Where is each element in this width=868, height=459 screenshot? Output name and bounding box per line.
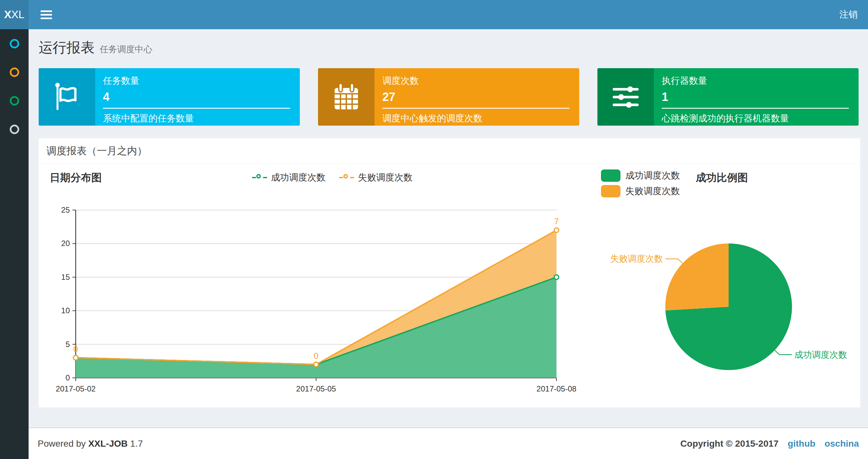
legend-label: 失败调度次数 [358, 171, 412, 184]
pie-legend-swatch [601, 185, 620, 197]
stat-description: 心跳检测成功的执行器机器数量 [662, 112, 849, 125]
stat-label: 调度次数 [382, 75, 569, 87]
stat-divider [662, 108, 849, 109]
calendar-icon [318, 68, 375, 126]
content-area: 运行报表 任务调度中心 任务数量 4 系统中配置的任务数量 [29, 29, 868, 427]
stat-value: 1 [662, 90, 849, 104]
footer: Powered by XXL-JOB 1.7 Copyright © 2015-… [29, 427, 868, 459]
powered-by-text: Powered by XXL-JOB 1.7 [38, 438, 143, 449]
oschina-link[interactable]: oschina [825, 438, 859, 449]
svg-text:2017-05-05: 2017-05-05 [296, 384, 336, 393]
sidebar-item-dashboard[interactable] [0, 29, 29, 58]
line-chart-legend: 成功调度次数 失败调度次数 [46, 171, 618, 184]
stat-boxes-row: 任务数量 4 系统中配置的任务数量 [39, 68, 859, 126]
svg-text:失败调度次数: 失败调度次数 [610, 254, 663, 264]
legend-item-success[interactable]: 成功调度次数 [601, 169, 680, 182]
powered-prefix: Powered by [38, 438, 86, 449]
stat-value: 4 [103, 90, 290, 104]
stat-description: 调度中心触发的调度次数 [382, 112, 569, 125]
line-area-chart: 05101520252017-05-022017-05-052017-05-08… [46, 195, 618, 403]
page-subtitle: 任务调度中心 [100, 43, 152, 55]
page-header: 运行报表 任务调度中心 [39, 38, 859, 60]
circle-icon [10, 67, 19, 77]
circle-icon [10, 39, 19, 48]
svg-text:25: 25 [61, 205, 70, 214]
app-logo[interactable]: XXL [0, 0, 29, 29]
legend-item-fail[interactable]: 失败调度次数 [339, 171, 412, 184]
hamburger-icon [41, 10, 52, 19]
stat-value: 27 [382, 90, 569, 104]
stat-box-content: 调度次数 27 调度中心触发的调度次数 [375, 68, 579, 126]
stat-label: 执行器数量 [662, 75, 849, 87]
sliders-icon [597, 68, 654, 126]
github-link[interactable]: github [788, 438, 816, 449]
legend-label: 成功调度次数 [625, 169, 680, 182]
legend-item-fail[interactable]: 失败调度次数 [601, 185, 680, 197]
svg-text:20: 20 [61, 239, 70, 248]
line-legend-icon [339, 174, 354, 181]
pie-legend-swatch [601, 169, 620, 182]
svg-text:10: 10 [61, 306, 70, 315]
stat-divider [103, 108, 290, 109]
svg-text:2017-05-08: 2017-05-08 [537, 384, 577, 393]
flag-icon [39, 68, 95, 126]
footer-right: Copyright © 2015-2017 github oschina [680, 438, 859, 449]
brand-name: XXL-JOB [88, 438, 128, 449]
svg-text:成功调度次数: 成功调度次数 [794, 350, 847, 360]
stat-label: 任务数量 [103, 75, 290, 87]
stat-box-executors: 执行器数量 1 心跳检测成功的执行器机器数量 [597, 68, 859, 126]
circle-icon [10, 96, 19, 105]
app-logo-bold: X [4, 8, 11, 21]
logout-link[interactable]: 注销 [829, 0, 868, 29]
sidebar-item-logs[interactable] [0, 86, 29, 115]
sidebar [0, 29, 29, 459]
app-logo-rest: XL [11, 8, 24, 21]
legend-item-success[interactable]: 成功调度次数 [252, 171, 326, 184]
sidebar-item-jobs[interactable] [0, 58, 29, 86]
svg-text:0: 0 [66, 373, 70, 382]
report-panel: 调度报表（一月之内） 日期分布图 成功调度次数 失败调度次数 0510 [39, 138, 860, 407]
svg-text:15: 15 [61, 273, 70, 282]
stat-box-triggers: 调度次数 27 调度中心触发的调度次数 [318, 68, 579, 126]
pie-chart-legend: 成功调度次数 失败调度次数 [601, 169, 680, 197]
sidebar-toggle-button[interactable] [36, 0, 56, 29]
page-title: 运行报表 [39, 38, 95, 57]
report-panel-title: 调度报表（一月之内） [46, 144, 147, 158]
svg-text:7: 7 [554, 217, 559, 226]
svg-text:0: 0 [314, 351, 318, 361]
line-legend-icon [252, 174, 267, 181]
stat-box-content: 任务数量 4 系统中配置的任务数量 [95, 68, 300, 126]
top-navbar: XXL 注销 [0, 0, 868, 29]
legend-label: 成功调度次数 [271, 171, 326, 184]
svg-text:0: 0 [73, 344, 78, 354]
stat-divider [382, 108, 569, 109]
pie-chart: 成功调度次数失败调度次数 [602, 224, 859, 406]
stat-box-content: 执行器数量 1 心跳检测成功的执行器机器数量 [654, 68, 859, 126]
brand-version: 1.7 [130, 438, 143, 449]
copyright-text: Copyright © 2015-2017 [680, 438, 778, 449]
circle-icon [10, 125, 19, 134]
stat-description: 系统中配置的任务数量 [103, 112, 290, 125]
pie-chart-title: 成功比例图 [696, 171, 748, 185]
svg-text:5: 5 [66, 340, 70, 349]
svg-text:2017-05-02: 2017-05-02 [56, 384, 96, 393]
sidebar-item-executors[interactable] [0, 115, 29, 143]
report-panel-header: 调度报表（一月之内） [39, 138, 860, 164]
report-panel-body: 日期分布图 成功调度次数 失败调度次数 05101520252017-05-02… [39, 164, 860, 407]
legend-label: 失败调度次数 [625, 185, 680, 197]
stat-box-jobs: 任务数量 4 系统中配置的任务数量 [39, 68, 300, 126]
